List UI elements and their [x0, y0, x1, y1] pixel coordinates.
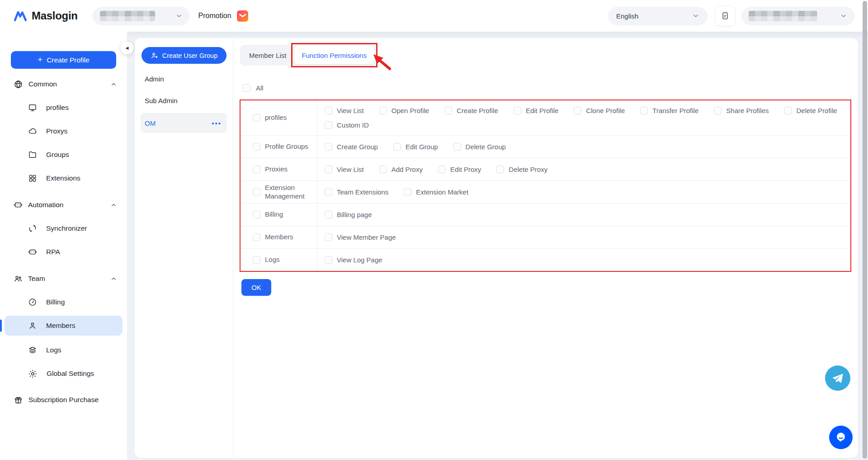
language-selector[interactable]: English	[608, 7, 708, 25]
permission-checkbox[interactable]	[325, 211, 332, 218]
sidebar-item-members[interactable]: Members	[5, 316, 123, 336]
sidebar-item-rpa[interactable]: RPA	[5, 243, 123, 261]
permission-label: Clone Profile	[586, 107, 625, 114]
module-members[interactable]: Members	[241, 226, 317, 248]
table-row: Profile GroupsCreate GroupEdit GroupDele…	[241, 135, 850, 158]
permission-open-profile[interactable]: Open Profile	[379, 107, 429, 114]
user-group-sub-admin[interactable]: Sub Admin•••	[141, 91, 227, 109]
sync-icon	[28, 224, 37, 233]
tab-member-list[interactable]: Member List	[241, 46, 294, 64]
sidebar-item-subscription-purchase[interactable]: Subscription Purchase	[14, 391, 117, 409]
permission-checkbox[interactable]	[325, 121, 332, 129]
module-checkbox[interactable]	[253, 143, 260, 151]
permission-checkbox[interactable]	[325, 233, 332, 241]
permission-checkbox[interactable]	[514, 107, 521, 114]
sidebar-item-label: Proxys	[46, 127, 67, 135]
permission-create-profile[interactable]: Create Profile	[444, 107, 498, 114]
maslogin-logo-icon	[14, 10, 27, 22]
ok-button[interactable]: OK	[241, 279, 271, 296]
permission-checkbox[interactable]	[714, 107, 722, 114]
module-checkbox[interactable]	[253, 256, 260, 264]
account-selector[interactable]	[741, 7, 854, 25]
sidebar-section-team[interactable]: Team	[14, 270, 117, 288]
permission-label: Delete Profile	[797, 107, 837, 114]
select-all-checkbox[interactable]	[243, 84, 250, 92]
sidebar-item-billing[interactable]: Billing	[5, 293, 123, 311]
permission-checkbox[interactable]	[438, 166, 446, 173]
permission-edit-proxy[interactable]: Edit Proxy	[438, 166, 481, 173]
sidebar-item-extensions[interactable]: Extensions	[5, 169, 123, 187]
sidebar-item-logs[interactable]: Logs	[5, 341, 123, 359]
permission-delete-profile[interactable]: Delete Profile	[784, 107, 837, 114]
permission-checkbox[interactable]	[404, 188, 411, 196]
permission-checkbox[interactable]	[379, 107, 387, 114]
permission-edit-group[interactable]: Edit Group	[393, 143, 438, 151]
permission-view-list[interactable]: View List	[325, 107, 364, 114]
select-all[interactable]: All	[243, 84, 264, 92]
permission-checkbox[interactable]	[640, 107, 648, 114]
module-checkbox[interactable]	[253, 188, 260, 196]
permission-delete-group[interactable]: Delete Group	[453, 143, 506, 151]
permission-edit-profile[interactable]: Edit Profile	[514, 107, 559, 114]
chat-button[interactable]	[829, 426, 853, 449]
telegram-button[interactable]	[825, 365, 850, 391]
module-checkbox[interactable]	[253, 211, 260, 218]
permission-label: Add Proxy	[392, 166, 423, 173]
sidebar-section-common[interactable]: Common	[14, 75, 117, 93]
module-profiles[interactable]: profiles	[241, 100, 317, 135]
module-billing[interactable]: Billing	[241, 204, 317, 226]
create-user-group-button[interactable]: Create User Group	[142, 47, 226, 64]
sidebar-item-synchronizer[interactable]: Synchronizer	[5, 219, 123, 237]
permission-checkbox[interactable]	[496, 166, 504, 173]
module-logs[interactable]: Logs	[241, 249, 317, 271]
permission-share-profiles[interactable]: Share Profiles	[714, 107, 769, 114]
workspace-selector[interactable]	[93, 7, 190, 25]
permission-custom-id[interactable]: Custom ID	[325, 121, 369, 129]
sidebar-item-global-settings[interactable]: Global Settings	[5, 365, 123, 383]
permission-label: View List	[337, 166, 364, 173]
permission-checkbox[interactable]	[325, 107, 332, 114]
more-icon[interactable]: •••	[212, 119, 222, 127]
user-group-admin[interactable]: Admin•••	[141, 70, 227, 88]
permission-checkbox[interactable]	[325, 166, 332, 173]
sidebar-section-automation[interactable]: Automation	[14, 196, 117, 214]
permission-view-log-page[interactable]: View Log Page	[325, 256, 382, 264]
sidebar-item-proxys[interactable]: Proxys	[5, 122, 123, 140]
permission-checkbox[interactable]	[325, 256, 332, 264]
module-label: Extension Management	[265, 184, 312, 201]
permission-team-extensions[interactable]: Team Extensions	[325, 188, 388, 196]
tab-function-permissions[interactable]: Function Permissions	[294, 46, 374, 64]
permission-billing-page[interactable]: Billing page	[325, 211, 372, 218]
permission-delete-proxy[interactable]: Delete Proxy	[496, 166, 547, 173]
permission-clone-profile[interactable]: Clone Profile	[574, 107, 625, 114]
permission-checkbox[interactable]	[325, 188, 332, 196]
permission-extension-market[interactable]: Extension Market	[404, 188, 468, 196]
promotion-link[interactable]: Promotion	[198, 10, 248, 22]
permission-transfer-profile[interactable]: Transfer Profile	[640, 107, 698, 114]
permission-items: Team ExtensionsExtension Market	[317, 182, 850, 202]
sidebar-item-groups[interactable]: Groups	[5, 146, 123, 164]
module-extension-management[interactable]: Extension Management	[241, 181, 317, 203]
permission-checkbox[interactable]	[325, 143, 332, 151]
module-checkbox[interactable]	[253, 233, 260, 241]
permission-view-member-page[interactable]: View Member Page	[325, 233, 396, 241]
sidebar-collapse-button[interactable]: ◀	[121, 42, 133, 54]
permission-checkbox[interactable]	[574, 107, 581, 114]
permission-checkbox[interactable]	[453, 143, 461, 151]
create-profile-button[interactable]: + Create Profile	[11, 51, 116, 69]
permission-add-proxy[interactable]: Add Proxy	[379, 166, 423, 173]
permission-checkbox[interactable]	[784, 107, 792, 114]
permission-view-list[interactable]: View List	[325, 166, 364, 173]
user-group-om[interactable]: OM•••	[141, 113, 227, 133]
notes-button[interactable]	[715, 5, 736, 26]
module-checkbox[interactable]	[253, 166, 260, 173]
module-checkbox[interactable]	[253, 114, 260, 122]
module-proxies[interactable]: Proxies	[241, 158, 317, 180]
permission-checkbox[interactable]	[393, 143, 401, 151]
scrollbar-thumb[interactable]	[863, 1, 867, 459]
sidebar-item-profiles[interactable]: profiles	[5, 99, 123, 117]
permission-checkbox[interactable]	[379, 166, 387, 173]
module-profile-groups[interactable]: Profile Groups	[241, 136, 317, 158]
permission-checkbox[interactable]	[444, 107, 452, 114]
permission-create-group[interactable]: Create Group	[325, 143, 378, 151]
